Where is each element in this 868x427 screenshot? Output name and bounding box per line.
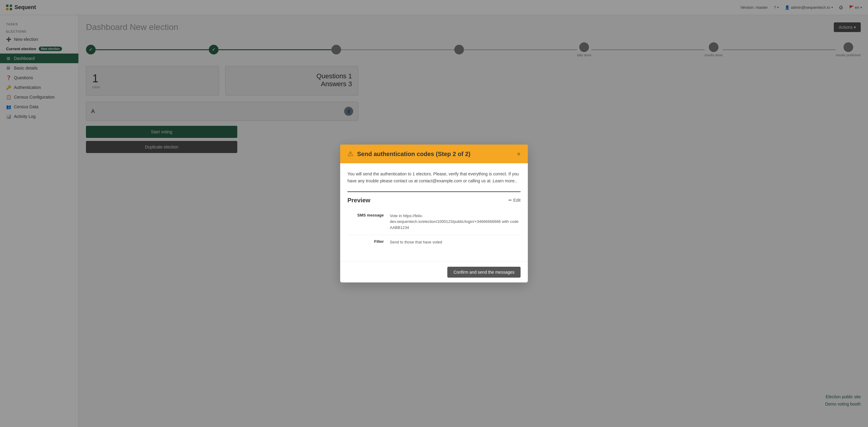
confirm-send-button[interactable]: Confirm and send the messages bbox=[447, 267, 521, 277]
modal-footer: Confirm and send the messages bbox=[340, 262, 528, 283]
modal-overlay: ⚠ Send authentication codes (Step 2 of 2… bbox=[0, 0, 868, 427]
modal-body: You will send the authentication to 1 el… bbox=[340, 163, 528, 262]
warning-icon: ⚠ bbox=[347, 150, 353, 158]
modal-header: ⚠ Send authentication codes (Step 2 of 2… bbox=[340, 144, 528, 163]
preview-row-filter: Filter Send to those that have voted bbox=[347, 235, 521, 250]
filter-value: Send to those that have voted bbox=[390, 239, 442, 245]
modal: ⚠ Send authentication codes (Step 2 of 2… bbox=[340, 144, 528, 283]
modal-header-left: ⚠ Send authentication codes (Step 2 of 2… bbox=[347, 150, 471, 158]
modal-title: Send authentication codes (Step 2 of 2) bbox=[357, 151, 471, 158]
filter-label: Filter bbox=[347, 239, 384, 245]
modal-description: You will send the authentication to 1 el… bbox=[347, 170, 521, 184]
edit-button[interactable]: ✏ Edit bbox=[508, 198, 521, 203]
preview-section: Preview ✏ Edit SMS message Vote in https… bbox=[347, 191, 521, 250]
sms-value: Vote in https://felix-dev.sequentech.io/… bbox=[390, 213, 521, 231]
preview-title: Preview bbox=[347, 197, 370, 204]
modal-close-button[interactable]: × bbox=[517, 151, 521, 157]
sms-label: SMS message bbox=[347, 213, 384, 231]
preview-row-sms: SMS message Vote in https://felix-dev.se… bbox=[347, 209, 521, 235]
preview-header: Preview ✏ Edit bbox=[347, 197, 521, 204]
